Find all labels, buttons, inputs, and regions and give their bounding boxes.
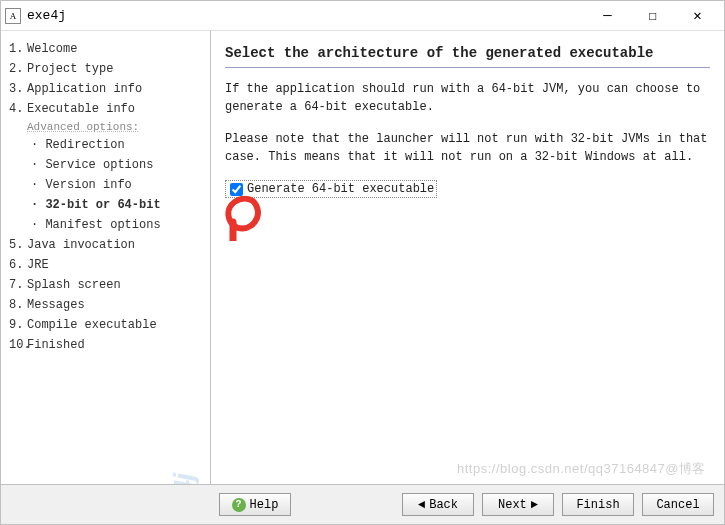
- step-finished[interactable]: 10.Finished: [9, 335, 210, 355]
- substep-manifest-options[interactable]: · Manifest options: [9, 215, 210, 235]
- body: 1.Welcome 2.Project type 3.Application i…: [1, 31, 724, 484]
- titlebar: A exe4j ─ ☐ ✕: [1, 1, 724, 31]
- substep-service-options[interactable]: · Service options: [9, 155, 210, 175]
- generate-64bit-checkbox[interactable]: [230, 183, 243, 196]
- step-application-info[interactable]: 3.Application info: [9, 79, 210, 99]
- step-splash-screen[interactable]: 7.Splash screen: [9, 275, 210, 295]
- divider: [225, 67, 710, 68]
- step-compile-executable[interactable]: 9.Compile executable: [9, 315, 210, 335]
- generate-64bit-row[interactable]: Generate 64-bit executable: [225, 180, 437, 198]
- step-project-type[interactable]: 2.Project type: [9, 59, 210, 79]
- window-controls: ─ ☐ ✕: [585, 2, 720, 30]
- maximize-button[interactable]: ☐: [630, 2, 675, 30]
- description-1: If the application should run with a 64-…: [225, 80, 710, 116]
- app-window: A exe4j ─ ☐ ✕ 1.Welcome 2.Project type 3…: [0, 0, 725, 525]
- help-button[interactable]: ? Help: [219, 493, 291, 516]
- step-executable-info[interactable]: 4.Executable info: [9, 99, 210, 119]
- help-icon: ?: [232, 498, 246, 512]
- advanced-options-label: Advanced options:: [9, 119, 210, 135]
- app-icon: A: [5, 8, 21, 24]
- cancel-button[interactable]: Cancel: [642, 493, 714, 516]
- sidebar: 1.Welcome 2.Project type 3.Application i…: [1, 31, 211, 484]
- substep-version-info[interactable]: · Version info: [9, 175, 210, 195]
- description-2: Please note that the launcher will not r…: [225, 130, 710, 166]
- page-heading: Select the architecture of the generated…: [225, 45, 710, 61]
- finish-button[interactable]: Finish: [562, 493, 634, 516]
- next-button[interactable]: Next ►: [482, 493, 554, 516]
- window-title: exe4j: [27, 8, 585, 23]
- step-jre[interactable]: 6.JRE: [9, 255, 210, 275]
- substep-32-64-bit[interactable]: · 32-bit or 64-bit: [9, 195, 210, 215]
- content-pane: Select the architecture of the generated…: [211, 31, 724, 484]
- step-messages[interactable]: 8.Messages: [9, 295, 210, 315]
- close-button[interactable]: ✕: [675, 2, 720, 30]
- generate-64bit-label: Generate 64-bit executable: [247, 182, 434, 196]
- step-welcome[interactable]: 1.Welcome: [9, 39, 210, 59]
- minimize-button[interactable]: ─: [585, 2, 630, 30]
- watermark: https://blog.csdn.net/qq37164847@博客: [457, 460, 706, 478]
- step-java-invocation[interactable]: 5.Java invocation: [9, 235, 210, 255]
- substep-redirection[interactable]: · Redirection: [9, 135, 210, 155]
- sidebar-logo: exe4j: [168, 474, 200, 484]
- back-button[interactable]: ◄ Back: [402, 493, 474, 516]
- footer: ? Help ◄ Back Next ► Finish Cancel: [1, 484, 724, 524]
